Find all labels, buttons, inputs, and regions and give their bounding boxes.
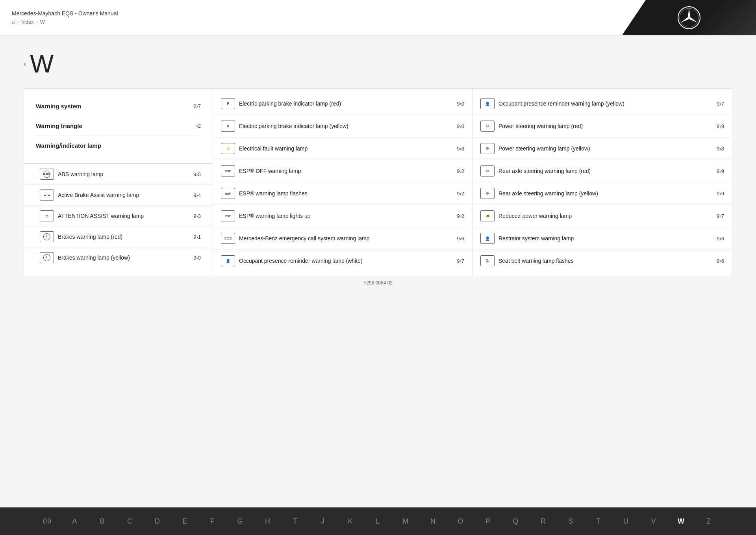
list-item[interactable]: ESP ESP® warning lamp lights up 9›2 bbox=[213, 205, 472, 227]
list-item[interactable]: ☕ ATTENTION ASSIST warning lamp 9›3 bbox=[24, 205, 213, 226]
list-item[interactable]: Warning system 2›7 bbox=[36, 97, 201, 116]
col-item-left: 🪑 Seat belt warning lamp flashes bbox=[480, 255, 717, 266]
sub-item-left: ☕ ATTENTION ASSIST warning lamp bbox=[40, 210, 193, 221]
breadcrumb-sep-1: › bbox=[17, 19, 19, 25]
breadcrumb-index[interactable]: Index bbox=[21, 19, 34, 25]
list-item[interactable]: ABS ABS warning lamp 9›5 bbox=[24, 163, 213, 184]
epb-yellow-icon: P bbox=[221, 121, 235, 132]
footer-letter-g[interactable]: G bbox=[226, 517, 254, 526]
item-page: 9›0 bbox=[193, 255, 201, 261]
footer-letter-l[interactable]: L bbox=[364, 517, 392, 526]
list-item[interactable]: ⚡ Electrical fault warning lamp 9›8 bbox=[213, 137, 472, 160]
item-label: Brakes warning lamp (yellow) bbox=[58, 254, 130, 261]
col-item-left: ESP ESP® OFF warning lamp bbox=[221, 165, 457, 176]
item-page: 9›0 bbox=[457, 101, 464, 107]
item-page: 9›6 bbox=[717, 236, 724, 241]
item-label: Restraint system warning lamp bbox=[498, 235, 574, 242]
occupant-yellow-icon: 👤 bbox=[480, 98, 495, 109]
col-item-left: 🐢 Reduced-power warning lamp bbox=[480, 210, 717, 221]
footer-letter-b[interactable]: B bbox=[89, 517, 116, 526]
list-item[interactable]: 👤 Occupant presence reminder warning lam… bbox=[213, 250, 472, 272]
list-item[interactable]: Warning triangle ›2 bbox=[36, 116, 201, 136]
footer-letter-z[interactable]: Z bbox=[695, 517, 723, 526]
item-page: 9›0 bbox=[457, 123, 464, 129]
list-item[interactable]: ! Brakes warning lamp (red) 9›1 bbox=[24, 226, 213, 247]
list-item[interactable]: 👤 Restraint system warning lamp 9›6 bbox=[472, 227, 732, 250]
footer-letter-w[interactable]: W bbox=[667, 517, 695, 526]
footer-letter-09[interactable]: 09 bbox=[33, 517, 61, 526]
footer-letter-v[interactable]: V bbox=[640, 517, 667, 526]
item-page: 9›9 bbox=[717, 191, 724, 197]
header-left: Mercedes-Maybach EQS - Owner's Manual ⌂ … bbox=[0, 0, 622, 35]
left-top-items: Warning system 2›7 Warning triangle ›2 W… bbox=[24, 89, 213, 163]
footer-letter-u[interactable]: U bbox=[612, 517, 640, 526]
header-logo bbox=[622, 0, 756, 35]
item-page: 9›7 bbox=[457, 258, 464, 264]
content-grid: Warning system 2›7 Warning triangle ›2 W… bbox=[24, 88, 732, 276]
col-item-left: P Electric parking brake indicator lamp … bbox=[221, 121, 457, 132]
doc-footer: F296 0064 02 bbox=[24, 276, 732, 290]
middle-column: P Electric parking brake indicator lamp … bbox=[213, 89, 472, 276]
footer-letter-h[interactable]: H bbox=[254, 517, 282, 526]
mercedes-logo bbox=[677, 6, 701, 30]
item-label: Occupant presence reminder warning lamp … bbox=[498, 100, 624, 107]
footer-letter-n[interactable]: N bbox=[419, 517, 447, 526]
list-item[interactable]: ⚙ Rear axle steering warning lamp (red) … bbox=[472, 160, 732, 182]
col-item-left: ESP ESP® warning lamp lights up bbox=[221, 210, 457, 221]
item-label: ESP® warning lamp lights up bbox=[239, 212, 311, 219]
footer-letter-f[interactable]: F bbox=[199, 517, 226, 526]
abs-icon: ABS bbox=[40, 169, 54, 180]
sub-items-list: ABS ABS warning lamp 9›5 ▲!▲ Active Brak… bbox=[24, 163, 213, 272]
footer-letter-c[interactable]: C bbox=[116, 517, 144, 526]
footer-letter-a[interactable]: A bbox=[61, 517, 89, 526]
col-item-left: P Electric parking brake indicator lamp … bbox=[221, 98, 457, 109]
list-item[interactable]: ⚙ Rear axle steering warning lamp (yello… bbox=[472, 182, 732, 205]
list-item[interactable]: 🐢 Reduced-power warning lamp 9›7 bbox=[472, 205, 732, 227]
footer-letter-s[interactable]: S bbox=[557, 517, 585, 526]
col-item-left: ⚡ Electrical fault warning lamp bbox=[221, 143, 457, 154]
footer-letter-k[interactable]: K bbox=[337, 517, 364, 526]
footer-letter-d[interactable]: D bbox=[144, 517, 171, 526]
list-item[interactable]: P Electric parking brake indicator lamp … bbox=[213, 93, 472, 115]
nav-prev-arrow[interactable]: ‹ bbox=[24, 60, 26, 68]
home-icon[interactable]: ⌂ bbox=[12, 19, 15, 25]
item-page: 9›2 bbox=[457, 168, 464, 174]
list-item[interactable]: ▲!▲ Active Brake Assist warning lamp 9›4 bbox=[24, 184, 213, 205]
list-item[interactable]: SOS Mercedes-Benz emergency call system … bbox=[213, 227, 472, 250]
occupant-white-icon: 👤 bbox=[221, 255, 235, 266]
header: Mercedes-Maybach EQS - Owner's Manual ⌂ … bbox=[0, 0, 756, 35]
sub-item-left: ▲!▲ Active Brake Assist warning lamp bbox=[40, 189, 193, 201]
col-item-left: ⚙ Rear axle steering warning lamp (yello… bbox=[480, 188, 717, 199]
col-item-left: ⚙ Power steering warning lamp (red) bbox=[480, 121, 717, 132]
list-item[interactable]: ESP ESP® OFF warning lamp 9›2 bbox=[213, 160, 472, 182]
list-item[interactable]: P Electric parking brake indicator lamp … bbox=[213, 115, 472, 137]
list-item[interactable]: 👤 Occupant presence reminder warning lam… bbox=[472, 93, 732, 115]
sub-item-left: ABS ABS warning lamp bbox=[40, 169, 193, 180]
item-label: Seat belt warning lamp flashes bbox=[498, 257, 574, 264]
footer-letter-o[interactable]: O bbox=[447, 517, 474, 526]
esp-flash-icon: ESP bbox=[221, 188, 235, 199]
item-label: Active Brake Assist warning lamp bbox=[58, 191, 139, 199]
item-label: Power steering warning lamp (yellow) bbox=[498, 145, 590, 152]
footer-letter-t1[interactable]: T bbox=[282, 517, 309, 526]
footer-letter-p[interactable]: P bbox=[474, 517, 502, 526]
item-label: ESP® OFF warning lamp bbox=[239, 167, 301, 175]
list-item[interactable]: 🪑 Seat belt warning lamp flashes 9›6 bbox=[472, 250, 732, 272]
col-item-left: 👤 Occupant presence reminder warning lam… bbox=[480, 98, 717, 109]
footer-letter-m[interactable]: M bbox=[392, 517, 419, 526]
footer-letter-t2[interactable]: T bbox=[585, 517, 612, 526]
emergency-icon: SOS bbox=[221, 233, 235, 244]
power-steering-yellow-icon: ⚙ bbox=[480, 143, 495, 154]
footer-letter-j[interactable]: J bbox=[309, 517, 337, 526]
restraint-icon: 👤 bbox=[480, 233, 495, 244]
footer-letter-q[interactable]: Q bbox=[502, 517, 530, 526]
item-page: 9›5 bbox=[193, 171, 201, 177]
list-item[interactable]: ESP ESP® warning lamp flashes 9›2 bbox=[213, 182, 472, 205]
item-page: 9›9 bbox=[717, 123, 724, 129]
list-item[interactable]: ! Brakes warning lamp (yellow) 9›0 bbox=[24, 247, 213, 268]
footer-letter-e[interactable]: E bbox=[171, 517, 199, 526]
footer-letter-r[interactable]: R bbox=[530, 517, 557, 526]
list-item[interactable]: ⚙ Power steering warning lamp (yellow) 9… bbox=[472, 137, 732, 160]
item-label: Warning system bbox=[36, 103, 81, 110]
list-item[interactable]: ⚙ Power steering warning lamp (red) 9›9 bbox=[472, 115, 732, 137]
